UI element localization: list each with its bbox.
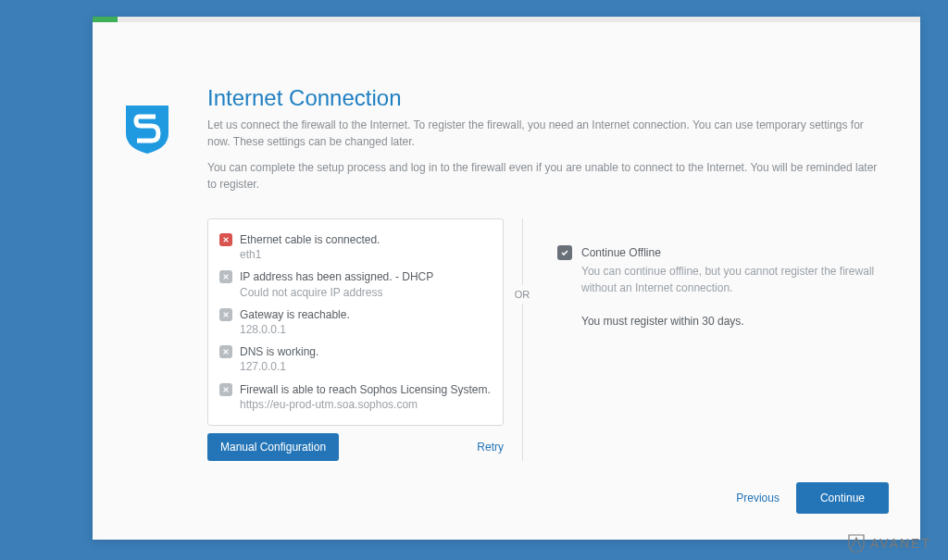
status-label: Ethernet cable is connected. xyxy=(240,232,492,247)
header-row: Internet Connection Let us connect the f… xyxy=(93,22,920,202)
offline-note: You must register within 30 days. xyxy=(581,313,889,330)
status-detail: 128.0.0.1 xyxy=(240,322,492,337)
status-text: Ethernet cable is connected.eth1 xyxy=(240,232,492,262)
offline-description: You can continue offline, but you cannot… xyxy=(581,263,889,296)
content-area: Internet Connection Let us connect the f… xyxy=(93,22,920,540)
status-item-0: Ethernet cable is connected.eth1 xyxy=(219,229,492,266)
status-card: Ethernet cable is connected.eth1IP addre… xyxy=(207,218,504,426)
setup-window: Internet Connection Let us connect the f… xyxy=(93,17,920,540)
status-label: Firewall is able to reach Sophos Licensi… xyxy=(240,382,492,397)
status-label: IP address has been assigned. - DHCP xyxy=(240,269,492,284)
status-item-1: IP address has been assigned. - DHCPCoul… xyxy=(219,266,492,303)
intro-paragraph-2: You can complete the setup process and l… xyxy=(207,159,889,193)
footer-buttons: Previous Continue xyxy=(736,482,889,514)
previous-button[interactable]: Previous xyxy=(736,484,780,512)
status-text: DNS is working.127.0.0.1 xyxy=(240,344,492,374)
header-text: Internet Connection Let us connect the f… xyxy=(207,85,889,202)
status-detail: 127.0.0.1 xyxy=(240,359,492,374)
continue-button[interactable]: Continue xyxy=(796,482,889,514)
status-column: Ethernet cable is connected.eth1IP addre… xyxy=(207,218,504,461)
intro-paragraph-1: Let us connect the firewall to the Inter… xyxy=(207,117,889,150)
status-label: DNS is working. xyxy=(240,344,492,359)
offline-row: Continue Offline You can continue offlin… xyxy=(557,218,889,330)
main-row: Ethernet cable is connected.eth1IP addre… xyxy=(93,202,920,461)
avanet-logo-icon xyxy=(848,534,865,553)
retry-button[interactable]: Retry xyxy=(477,433,504,461)
offline-column: Continue Offline You can continue offlin… xyxy=(541,218,889,461)
x-icon xyxy=(219,308,232,321)
divider-column: OR xyxy=(504,218,541,461)
status-detail: eth1 xyxy=(240,247,492,262)
checkmark-icon xyxy=(560,248,569,257)
logo-column xyxy=(124,85,207,202)
x-icon xyxy=(219,233,232,246)
status-text: Firewall is able to reach Sophos Licensi… xyxy=(240,382,492,412)
x-icon xyxy=(219,345,232,358)
x-icon xyxy=(219,270,232,283)
watermark: AVANET xyxy=(848,534,931,553)
status-detail: https://eu-prod-utm.soa.sophos.com xyxy=(240,397,492,412)
status-item-2: Gateway is reachable.128.0.0.1 xyxy=(219,304,492,341)
left-button-row: Manual Configuration Retry xyxy=(207,433,504,461)
divider-line xyxy=(522,218,523,461)
status-item-4: Firewall is able to reach Sophos Licensi… xyxy=(219,379,492,416)
status-item-3: DNS is working.127.0.0.1 xyxy=(219,341,492,378)
offline-text-block: Continue Offline You can continue offlin… xyxy=(581,244,889,330)
x-icon xyxy=(219,383,232,396)
status-text: IP address has been assigned. - DHCPCoul… xyxy=(240,269,492,299)
page-title: Internet Connection xyxy=(207,85,889,111)
continue-offline-checkbox[interactable] xyxy=(557,245,572,260)
sophos-shield-icon xyxy=(124,104,170,155)
offline-title: Continue Offline xyxy=(581,244,889,261)
watermark-text: AVANET xyxy=(870,536,931,551)
status-detail: Could not acquire IP address xyxy=(240,285,492,300)
status-label: Gateway is reachable. xyxy=(240,307,492,322)
manual-configuration-button[interactable]: Manual Configuration xyxy=(207,433,339,461)
status-text: Gateway is reachable.128.0.0.1 xyxy=(240,307,492,337)
divider-or-label: OR xyxy=(515,285,530,304)
